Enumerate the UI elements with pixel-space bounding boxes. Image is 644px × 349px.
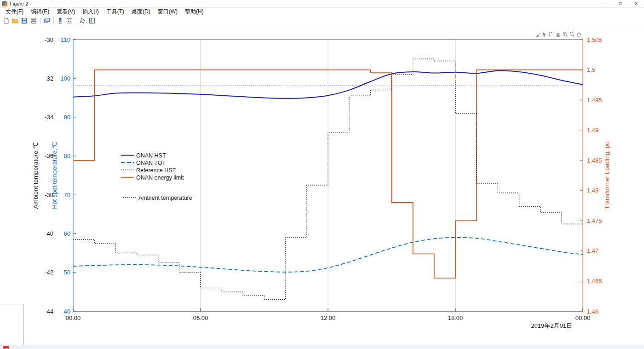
loading-tick-label: 1.485 (587, 157, 602, 164)
legend-item-onan-hst[interactable]: ONAN HST (121, 152, 166, 159)
legend-label: Reference HST (136, 167, 176, 174)
ambient-tick-label: -34 (45, 114, 53, 121)
ambient-tick-label: -44 (45, 308, 53, 315)
ambient-tick-label: -30 (45, 36, 53, 43)
legend-label: Ambient temperature (138, 195, 192, 201)
hotspot-tick-label: 100 (60, 75, 70, 82)
x-tick-label: 18:00 (448, 314, 463, 321)
window-title: Figure 2 (10, 1, 28, 6)
loading-tick-label: 1.47 (587, 247, 598, 254)
window-controls: — □ × (597, 0, 644, 7)
legend-item-onan-energy-limit[interactable]: ONAN energy limit (121, 174, 184, 181)
x-tick-label: 12:00 (321, 314, 336, 321)
open-file-icon[interactable] (11, 16, 20, 25)
menu-tools[interactable]: 工具(T) (103, 8, 128, 16)
menu-edit[interactable]: 编辑(E) (27, 8, 53, 16)
x-axis-date-label: 2019年2月01日 (531, 322, 572, 329)
menu-help[interactable]: 帮助(H) (181, 8, 207, 16)
ambient-axis-title: Ambient temperature,℃ (32, 142, 39, 209)
minimize-icon: — (603, 1, 607, 6)
loading-tick-label: 1.495 (587, 97, 602, 104)
hotspot-tick-label: 110 (61, 36, 70, 43)
maximize-button[interactable]: □ (613, 0, 628, 7)
loading-tick-label: 1.48 (587, 187, 598, 194)
matlab-figure-icon (2, 1, 7, 6)
toolbar-separator (76, 17, 76, 24)
hotspot-tick-label: 60 (64, 230, 70, 237)
close-icon: × (634, 0, 638, 7)
menu-insert[interactable]: 插入(I) (79, 8, 102, 16)
datatip-icon[interactable] (541, 31, 547, 37)
legend-item-onan-tot[interactable]: ONAN TOT (121, 160, 166, 166)
axes-toolbar (535, 31, 582, 37)
loading-axis-title: Transformer Loading, pu (604, 141, 610, 209)
loading-tick-label: 1.475 (587, 217, 602, 224)
legend-item-reference-hst[interactable]: Reference HST (121, 167, 176, 174)
toolbar-separator (53, 17, 54, 24)
legend-label: ONAN TOT (136, 160, 166, 166)
hotspot-tick-label: 90 (64, 114, 70, 121)
plot-area: 00:0006:0012:0018:0000:002019年2月01日40506… (0, 0, 644, 349)
menu-bar: 文件(F) 编辑(E) 查看(V) 插入(I) 工具(T) 桌面(D) 窗口(W… (0, 8, 644, 16)
insert-colorbar-icon[interactable] (56, 16, 65, 25)
home-icon[interactable] (576, 31, 582, 37)
legend-item-ambient-temperature[interactable]: Ambient temperature (123, 195, 192, 201)
close-button[interactable]: × (628, 0, 644, 7)
menu-desktop[interactable]: 桌面(D) (128, 8, 154, 16)
legend-label: ONAN energy limit (136, 174, 184, 181)
menu-file[interactable]: 文件(F) (2, 8, 27, 16)
selection-icon[interactable] (548, 31, 554, 37)
background-window (0, 304, 24, 346)
maximize-icon: □ (619, 1, 621, 6)
loading-tick-label: 1.49 (587, 127, 598, 134)
loading-tick-label: 1.465 (587, 278, 602, 285)
toolbar-separator (40, 17, 40, 24)
hotspot-tick-label: 70 (64, 192, 70, 198)
taskbar-app-icon[interactable] (3, 346, 9, 349)
menu-window[interactable]: 窗口(W) (154, 8, 181, 16)
menu-view[interactable]: 查看(V) (53, 8, 79, 16)
loading-tick-label: 1.46 (587, 308, 598, 315)
link-plot-icon[interactable] (42, 16, 52, 25)
plot-browser-icon[interactable] (87, 16, 97, 25)
ambient-tick-label: -42 (45, 269, 53, 276)
hotspot-axis-title: Hot spot temperature,℃ (51, 142, 58, 209)
taskbar[interactable] (0, 345, 644, 349)
loading-tick-label: 1.5 (587, 66, 595, 73)
ambient-tick-label: -40 (45, 230, 53, 237)
x-tick-label: 06:00 (193, 314, 208, 321)
save-icon[interactable] (20, 16, 29, 25)
title-bar[interactable]: Figure 2 — □ × (0, 0, 644, 8)
brush-icon[interactable] (535, 31, 540, 37)
hotspot-tick-label: 80 (64, 152, 70, 159)
hotspot-tick-label: 40 (64, 308, 70, 315)
pan-icon[interactable] (555, 31, 561, 37)
zoom-out-icon[interactable] (569, 31, 575, 37)
x-tick-label: 00:00 (66, 314, 81, 321)
zoom-in-icon[interactable] (562, 31, 568, 37)
print-icon[interactable] (29, 16, 38, 25)
edit-plot-icon[interactable] (78, 16, 87, 25)
minimize-button[interactable]: — (597, 0, 613, 7)
hotspot-tick-label: 50 (64, 269, 70, 276)
x-tick-label: 00:00 (575, 314, 591, 321)
legend-label: ONAN HST (136, 152, 166, 159)
figure-window: Figure 2 — □ × 文件(F) 编辑(E) 查看(V) 插入(I) 工… (0, 0, 644, 349)
figure-toolbar (0, 16, 644, 26)
ambient-tick-label: -32 (45, 75, 53, 82)
new-figure-icon[interactable] (1, 16, 11, 25)
loading-tick-label: 1.505 (587, 36, 602, 43)
insert-legend-icon[interactable] (65, 16, 74, 25)
